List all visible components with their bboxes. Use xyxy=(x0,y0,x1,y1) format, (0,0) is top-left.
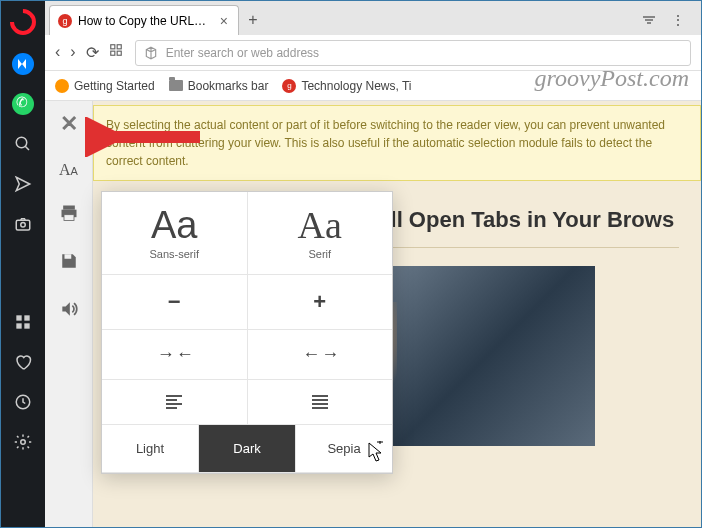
bookmark-folder[interactable]: Bookmarks bar xyxy=(169,79,269,93)
widen-button[interactable]: ← → xyxy=(248,330,393,379)
tab-favicon-icon: g xyxy=(58,14,72,28)
history-icon[interactable] xyxy=(12,391,34,413)
back-button[interactable]: ‹ xyxy=(55,43,60,62)
cursor-icon xyxy=(367,441,385,467)
theme-dark-button[interactable]: Dark xyxy=(199,425,296,472)
reader-settings-popup: Aa Sans-serif Aa Serif − + → ← ← → Light… xyxy=(101,191,393,474)
sans-serif-option[interactable]: Aa Sans-serif xyxy=(102,192,248,274)
svg-point-9 xyxy=(21,440,26,445)
serif-option[interactable]: Aa Serif xyxy=(248,192,393,274)
narrow-button[interactable]: → ← xyxy=(102,330,248,379)
messenger-icon[interactable] xyxy=(12,53,34,75)
bookmark-technews[interactable]: gTechnology News, Ti xyxy=(282,79,411,93)
svg-rect-2 xyxy=(16,220,30,230)
search-icon[interactable] xyxy=(12,133,34,155)
heart-icon[interactable] xyxy=(12,351,34,373)
svg-rect-17 xyxy=(63,206,75,210)
align-justify-button[interactable] xyxy=(248,380,393,424)
svg-rect-4 xyxy=(16,315,21,320)
grid-icon[interactable] xyxy=(12,311,34,333)
svg-rect-14 xyxy=(117,45,121,49)
font-increase-button[interactable]: + xyxy=(248,275,393,329)
save-button[interactable] xyxy=(60,252,78,275)
forward-button[interactable]: › xyxy=(70,43,75,62)
window-menu-icon[interactable]: ⋮ xyxy=(671,12,685,28)
svg-rect-15 xyxy=(110,51,114,55)
svg-rect-16 xyxy=(117,51,121,55)
svg-rect-5 xyxy=(24,315,29,320)
bookmark-getting-started[interactable]: Getting Started xyxy=(55,79,155,93)
speed-dial-icon[interactable] xyxy=(109,43,123,62)
app-sidebar xyxy=(1,1,45,527)
align-justify-icon xyxy=(310,394,330,410)
whatsapp-icon[interactable] xyxy=(12,93,34,115)
groovypost-icon: g xyxy=(282,79,296,93)
camera-icon[interactable] xyxy=(12,213,34,235)
font-settings-button[interactable]: AA xyxy=(59,161,78,179)
svg-point-3 xyxy=(21,223,26,228)
tab-bar: g How to Copy the URLs Fro × + ⋮ xyxy=(45,1,701,35)
folder-icon xyxy=(169,80,183,91)
settings-icon[interactable] xyxy=(12,431,34,453)
align-left-button[interactable] xyxy=(102,380,248,424)
address-placeholder: Enter search or web address xyxy=(166,46,319,60)
align-left-icon xyxy=(164,394,184,410)
close-reader-button[interactable]: ✕ xyxy=(60,111,78,137)
send-icon[interactable] xyxy=(12,173,34,195)
watermark: groovyPost.com xyxy=(535,65,689,92)
new-tab-button[interactable]: + xyxy=(239,5,267,35)
svg-rect-19 xyxy=(64,215,74,221)
tab-menu-icon[interactable] xyxy=(641,11,657,29)
font-decrease-button[interactable]: − xyxy=(102,275,248,329)
opera-logo-icon[interactable] xyxy=(5,4,42,41)
theme-light-button[interactable]: Light xyxy=(102,425,199,472)
svg-rect-20 xyxy=(64,254,71,259)
svg-point-0 xyxy=(16,137,27,148)
svg-rect-7 xyxy=(24,323,29,328)
tab-close-icon[interactable]: × xyxy=(218,13,230,29)
address-input[interactable]: Enter search or web address xyxy=(135,40,691,66)
reader-toolbar: ✕ AA xyxy=(45,101,93,527)
svg-rect-6 xyxy=(16,323,21,328)
tab-title: How to Copy the URLs Fro xyxy=(78,14,212,28)
svg-rect-13 xyxy=(110,45,114,49)
speaker-button[interactable] xyxy=(59,299,79,324)
browser-tab[interactable]: g How to Copy the URLs Fro × xyxy=(49,5,239,35)
print-button[interactable] xyxy=(59,203,79,228)
annotation-arrow-icon xyxy=(85,117,205,157)
reload-button[interactable]: ⟳ xyxy=(86,43,99,62)
cube-icon xyxy=(144,46,158,60)
firefox-icon xyxy=(55,79,69,93)
svg-line-1 xyxy=(25,146,29,150)
